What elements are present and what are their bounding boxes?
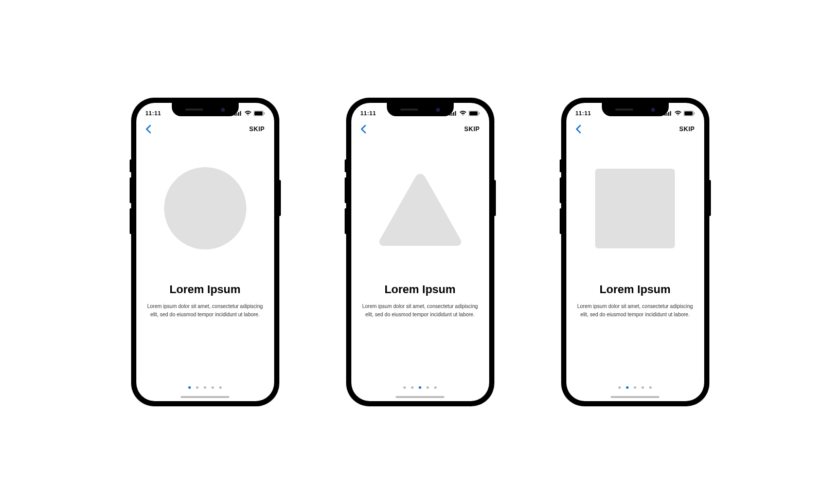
status-icons [450, 111, 480, 116]
pagination-dot[interactable] [641, 386, 644, 389]
illustration-placeholder [595, 154, 675, 262]
notch [172, 103, 239, 116]
battery-icon [684, 111, 695, 116]
onboarding-description: Lorem ipsum dolor sit amet, consectetur … [147, 302, 264, 319]
square-shape [595, 169, 675, 248]
notch [387, 103, 454, 116]
pagination-dot[interactable] [403, 386, 406, 389]
pagination-dot[interactable] [618, 386, 621, 389]
svg-rect-5 [254, 111, 262, 115]
svg-rect-10 [455, 111, 456, 116]
pagination-dot[interactable] [219, 386, 222, 389]
pagination-dot[interactable] [211, 386, 214, 389]
wifi-icon [244, 111, 252, 116]
status-time: 11:11 [576, 110, 592, 116]
status-time: 11:11 [361, 110, 377, 116]
skip-button[interactable]: SKIP [679, 125, 694, 133]
circle-shape [164, 167, 246, 249]
illustration-placeholder [164, 154, 246, 262]
screen-1: 11:11 SKIP Lorem Ipsu [136, 103, 274, 401]
svg-rect-20 [694, 112, 695, 114]
battery-icon [254, 111, 265, 116]
notch [602, 103, 669, 116]
battery-icon [469, 111, 480, 116]
phone-mockup-1: 11:11 SKIP Lorem Ipsu [131, 98, 279, 406]
onboarding-description: Lorem ipsum dolor sit amet, consectetur … [577, 302, 694, 319]
chevron-left-icon [361, 124, 366, 134]
onboarding-title: Lorem Ipsum [169, 283, 240, 296]
pagination-dots[interactable] [136, 386, 274, 393]
onboarding-content: Lorem Ipsum Lorem ipsum dolor sit amet, … [136, 139, 274, 386]
svg-rect-19 [684, 111, 692, 115]
back-button[interactable] [146, 124, 151, 134]
pagination-dot[interactable] [634, 386, 636, 389]
svg-rect-9 [453, 112, 454, 116]
onboarding-title: Lorem Ipsum [384, 283, 455, 296]
onboarding-title: Lorem Ipsum [599, 283, 670, 296]
nav-bar: SKIP [566, 119, 704, 139]
screen-2: 11:11 SKIP [351, 103, 489, 401]
pagination-dot[interactable] [426, 386, 429, 389]
svg-rect-6 [264, 112, 265, 114]
svg-rect-15 [666, 113, 667, 116]
triangle-shape [377, 170, 464, 247]
phone-mockup-3: 11:11 SKIP Lorem Ipsu [561, 98, 709, 406]
home-indicator[interactable] [396, 396, 444, 398]
wifi-icon [459, 111, 467, 116]
pagination-dot[interactable] [434, 386, 437, 389]
svg-rect-1 [236, 113, 237, 116]
pagination-dot[interactable] [626, 386, 629, 389]
home-indicator[interactable] [611, 396, 659, 398]
svg-rect-16 [668, 112, 669, 116]
back-button[interactable] [361, 124, 366, 134]
chevron-left-icon [146, 124, 151, 134]
pagination-dot[interactable] [419, 386, 421, 389]
skip-button[interactable]: SKIP [464, 125, 479, 133]
chevron-left-icon [576, 124, 581, 134]
svg-rect-17 [670, 111, 671, 116]
svg-rect-8 [451, 113, 452, 116]
illustration-placeholder [377, 154, 464, 262]
pagination-dot[interactable] [196, 386, 199, 389]
svg-rect-3 [240, 111, 241, 116]
pagination-dot[interactable] [649, 386, 652, 389]
svg-rect-12 [469, 111, 477, 115]
skip-button[interactable]: SKIP [249, 125, 264, 133]
status-time: 11:11 [146, 110, 162, 116]
screen-3: 11:11 SKIP Lorem Ipsu [566, 103, 704, 401]
onboarding-content: Lorem Ipsum Lorem ipsum dolor sit amet, … [351, 139, 489, 386]
onboarding-content: Lorem Ipsum Lorem ipsum dolor sit amet, … [566, 139, 704, 386]
pagination-dot[interactable] [188, 386, 191, 389]
pagination-dots[interactable] [566, 386, 704, 393]
status-icons [665, 111, 695, 116]
nav-bar: SKIP [136, 119, 274, 139]
wifi-icon [674, 111, 682, 116]
phone-mockup-2: 11:11 SKIP [346, 98, 494, 406]
pagination-dots[interactable] [351, 386, 489, 393]
pagination-dot[interactable] [411, 386, 414, 389]
svg-rect-2 [238, 112, 239, 116]
status-icons [235, 111, 265, 116]
home-indicator[interactable] [181, 396, 229, 398]
onboarding-description: Lorem ipsum dolor sit amet, consectetur … [362, 302, 479, 319]
pagination-dot[interactable] [204, 386, 206, 389]
svg-rect-13 [479, 112, 480, 114]
back-button[interactable] [576, 124, 581, 134]
nav-bar: SKIP [351, 119, 489, 139]
